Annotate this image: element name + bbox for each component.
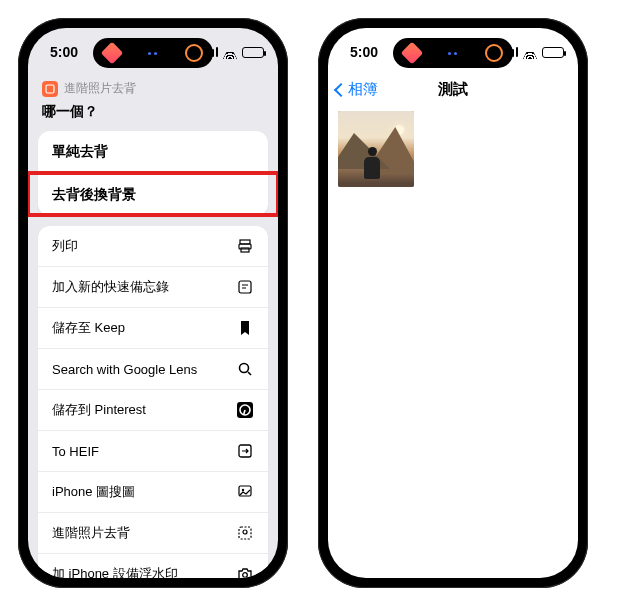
battery-icon — [242, 47, 264, 58]
search-icon — [236, 360, 254, 378]
island-dots — [448, 52, 457, 55]
shortcut-choice[interactable]: 單純去背 — [38, 131, 268, 173]
status-time: 5:00 — [50, 44, 78, 60]
wifi-icon — [523, 45, 537, 59]
remove-bg-icon — [236, 524, 254, 542]
phone-right: 5:00 相簿 測試 — [318, 18, 588, 588]
photo-grid — [328, 107, 578, 191]
share-action-label: 儲存到 Pinterest — [52, 401, 146, 419]
shortcut-header: 進階照片去背 — [28, 76, 278, 103]
pinterest-icon — [236, 401, 254, 419]
note-add-icon — [236, 278, 254, 296]
svg-rect-0 — [46, 85, 54, 93]
island-dots — [148, 52, 157, 55]
share-action[interactable]: 進階照片去背 — [38, 512, 268, 553]
status-time: 5:00 — [350, 44, 378, 60]
island-app-indicator — [100, 42, 123, 65]
chevron-left-icon — [334, 82, 348, 96]
shortcut-choices-card: 單純去背 去背後換背景 — [38, 131, 268, 216]
dynamic-island — [93, 38, 213, 68]
page-title: 測試 — [438, 80, 468, 99]
share-action[interactable]: Search with Google Lens — [38, 348, 268, 389]
shortcut-choice[interactable]: 去背後換背景 — [38, 173, 268, 216]
svg-rect-11 — [239, 527, 251, 539]
svg-point-5 — [240, 364, 249, 373]
share-action-label: Search with Google Lens — [52, 362, 197, 377]
shortcut-app-label: 進階照片去背 — [64, 80, 136, 97]
svg-point-12 — [243, 530, 247, 534]
svg-rect-1 — [240, 240, 250, 244]
printer-icon — [236, 237, 254, 255]
svg-rect-4 — [239, 281, 251, 293]
choices-wrapper: 單純去背 去背後換背景 — [28, 131, 278, 216]
dynamic-island — [393, 38, 513, 68]
share-action[interactable]: 加入新的快速備忘錄 — [38, 266, 268, 307]
phone-left: 5:00 進階照片去背 哪一個？ 單純去背 去背後換背景 列印 — [18, 18, 288, 588]
photo-thumbnail[interactable] — [338, 111, 414, 187]
island-ring-icon — [185, 44, 203, 62]
share-action[interactable]: 加 iPhone 設備浮水印 — [38, 553, 268, 578]
nav-bar: 相簿 測試 — [328, 76, 578, 107]
back-button[interactable]: 相簿 — [336, 80, 378, 99]
svg-point-13 — [243, 573, 248, 578]
share-action-label: 加入新的快速備忘錄 — [52, 278, 169, 296]
share-action[interactable]: To HEIF — [38, 430, 268, 471]
screen-right: 5:00 相簿 測試 — [328, 28, 578, 578]
share-action[interactable]: iPhone 圖搜圖 — [38, 471, 268, 512]
share-actions-list: 列印 加入新的快速備忘錄 儲存至 Keep Search with Google… — [38, 226, 268, 578]
image-search-icon — [236, 483, 254, 501]
share-action[interactable]: 儲存到 Pinterest — [38, 389, 268, 430]
share-action[interactable]: 儲存至 Keep — [38, 307, 268, 348]
island-app-indicator — [400, 42, 423, 65]
shortcut-prompt-title: 哪一個？ — [28, 103, 278, 131]
screen-left: 5:00 進階照片去背 哪一個？ 單純去背 去背後換背景 列印 — [28, 28, 278, 578]
share-action-label: 儲存至 Keep — [52, 319, 125, 337]
battery-icon — [542, 47, 564, 58]
island-ring-icon — [485, 44, 503, 62]
share-action-label: 列印 — [52, 237, 78, 255]
convert-icon — [236, 442, 254, 460]
bookmark-icon — [236, 319, 254, 337]
svg-point-10 — [242, 489, 244, 491]
wifi-icon — [223, 45, 237, 59]
share-action-label: To HEIF — [52, 444, 99, 459]
share-action-label: iPhone 圖搜圖 — [52, 483, 135, 501]
share-action-label: 進階照片去背 — [52, 524, 130, 542]
camera-icon — [236, 565, 254, 578]
shortcut-app-icon — [42, 81, 58, 97]
back-label: 相簿 — [348, 80, 378, 99]
share-action[interactable]: 列印 — [38, 226, 268, 266]
share-action-label: 加 iPhone 設備浮水印 — [52, 565, 178, 578]
